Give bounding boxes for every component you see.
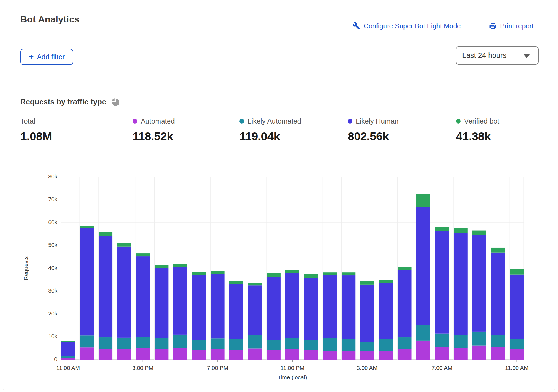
bar-segment-Likely Automated[interactable] — [267, 340, 281, 350]
bar-segment-Likely Human[interactable] — [136, 256, 150, 337]
bar-segment-Likely Human[interactable] — [248, 285, 262, 335]
bar-6:00 AM[interactable] — [416, 194, 430, 360]
bar-segment-Likely Human[interactable] — [472, 235, 486, 332]
bar-segment-Likely Automated[interactable] — [472, 332, 486, 346]
bar-7:00 PM[interactable] — [211, 271, 225, 360]
bar-segment-Likely Automated[interactable] — [360, 342, 374, 351]
bar-segment-Verified bot[interactable] — [99, 232, 112, 236]
bar-5:00 PM[interactable] — [173, 264, 187, 360]
bar-segment-Likely Automated[interactable] — [342, 339, 355, 351]
bar-segment-Automated[interactable] — [342, 351, 355, 360]
bar-segment-Automated[interactable] — [360, 351, 374, 360]
bar-segment-Automated[interactable] — [472, 346, 486, 360]
bar-segment-Verified bot[interactable] — [398, 267, 412, 270]
print-report-link[interactable]: Print report — [489, 21, 534, 31]
bar-segment-Automated[interactable] — [510, 349, 524, 360]
bar-segment-Likely Human[interactable] — [304, 278, 318, 340]
bar-segment-Verified bot[interactable] — [454, 228, 468, 233]
bar-4:00 AM[interactable] — [379, 280, 393, 360]
bar-segment-Likely Human[interactable] — [398, 270, 412, 337]
bar-5:00 AM[interactable] — [398, 267, 412, 360]
bar-segment-Likely Human[interactable] — [323, 275, 337, 338]
bar-segment-Likely Human[interactable] — [117, 247, 131, 338]
bar-segment-Automated[interactable] — [491, 347, 505, 360]
bar-segment-Verified bot[interactable] — [117, 243, 131, 247]
bar-8:00 AM[interactable] — [454, 228, 468, 360]
bar-segment-Likely Automated[interactable] — [323, 338, 337, 351]
bar-segment-Likely Automated[interactable] — [80, 335, 94, 347]
bar-10:00 PM[interactable] — [267, 273, 281, 360]
bar-segment-Verified bot[interactable] — [267, 273, 281, 277]
bar-segment-Automated[interactable] — [267, 350, 281, 360]
bar-segment-Automated[interactable] — [323, 351, 337, 360]
bar-segment-Likely Automated[interactable] — [304, 340, 318, 350]
bar-segment-Likely Automated[interactable] — [192, 340, 206, 350]
bar-12:00 AM[interactable] — [304, 274, 318, 360]
bar-6:00 PM[interactable] — [192, 272, 206, 360]
bar-segment-Likely Automated[interactable] — [510, 339, 524, 349]
bar-segment-Verified bot[interactable] — [416, 194, 430, 207]
stat-verified-bot[interactable]: Verified bot 41.38k — [456, 116, 499, 143]
bar-segment-Automated[interactable] — [192, 350, 206, 360]
bar-segment-Likely Automated[interactable] — [416, 325, 430, 341]
bar-segment-Automated[interactable] — [229, 350, 243, 360]
bar-segment-Verified bot[interactable] — [304, 274, 318, 278]
configure-super-bot-fight-mode-link[interactable]: Configure Super Bot Fight Mode — [352, 21, 461, 31]
bar-segment-Likely Human[interactable] — [267, 277, 281, 340]
bar-segment-Verified bot[interactable] — [248, 283, 262, 285]
bar-11:00 AM[interactable] — [510, 269, 524, 360]
bar-12:00 PM[interactable] — [80, 226, 94, 360]
bar-8:00 PM[interactable] — [229, 281, 243, 360]
bar-segment-Automated[interactable] — [80, 347, 94, 360]
bar-segment-Automated[interactable] — [379, 351, 393, 360]
bar-segment-Automated[interactable] — [304, 350, 318, 360]
bar-segment-Likely Human[interactable] — [99, 236, 112, 337]
bar-segment-Likely Human[interactable] — [491, 253, 505, 335]
bar-segment-Likely Automated[interactable] — [61, 356, 75, 358]
bar-segment-Verified bot[interactable] — [472, 231, 486, 235]
bar-3:00 AM[interactable] — [360, 281, 374, 360]
bar-segment-Automated[interactable] — [454, 348, 468, 360]
stat-automated[interactable]: Automated 118.52k — [133, 116, 175, 143]
bar-segment-Likely Human[interactable] — [435, 231, 449, 334]
bar-segment-Verified bot[interactable] — [80, 226, 94, 228]
bar-segment-Likely Human[interactable] — [229, 284, 243, 339]
bar-segment-Likely Automated[interactable] — [229, 339, 243, 350]
bar-segment-Automated[interactable] — [99, 349, 112, 360]
bar-segment-Verified bot[interactable] — [342, 272, 355, 275]
bar-segment-Automated[interactable] — [416, 341, 430, 360]
bar-segment-Verified bot[interactable] — [510, 269, 524, 274]
bar-segment-Likely Human[interactable] — [416, 207, 430, 325]
bar-9:00 AM[interactable] — [472, 231, 486, 360]
bar-segment-Verified bot[interactable] — [435, 227, 449, 231]
bar-1:00 AM[interactable] — [323, 272, 337, 360]
bar-segment-Automated[interactable] — [136, 348, 150, 360]
bar-segment-Automated[interactable] — [155, 349, 168, 360]
bar-10:00 AM[interactable] — [491, 248, 505, 360]
bar-2:00 PM[interactable] — [117, 243, 131, 360]
bar-segment-Likely Automated[interactable] — [136, 337, 150, 348]
add-filter-button[interactable]: + Add filter — [20, 49, 73, 65]
bar-4:00 PM[interactable] — [155, 265, 168, 360]
stat-likely-automated[interactable]: Likely Automated 119.04k — [239, 116, 301, 143]
bar-segment-Likely Human[interactable] — [360, 285, 374, 342]
time-range-select[interactable]: Last 24 hours — [456, 46, 539, 65]
bar-2:00 AM[interactable] — [342, 272, 355, 360]
bar-segment-Likely Automated[interactable] — [435, 334, 449, 347]
bar-segment-Automated[interactable] — [398, 349, 412, 360]
bar-segment-Likely Automated[interactable] — [173, 335, 187, 348]
stat-likely-human[interactable]: Likely Human 802.56k — [348, 116, 399, 143]
bar-segment-Automated[interactable] — [117, 349, 131, 360]
bar-segment-Automated[interactable] — [173, 348, 187, 360]
bar-segment-Likely Human[interactable] — [80, 228, 94, 335]
bar-segment-Likely Human[interactable] — [61, 342, 75, 356]
bar-segment-Likely Human[interactable] — [155, 268, 168, 338]
bar-7:00 AM[interactable] — [435, 227, 449, 360]
bar-11:00 PM[interactable] — [285, 270, 299, 360]
bar-segment-Likely Human[interactable] — [379, 283, 393, 339]
bar-segment-Verified bot[interactable] — [173, 264, 187, 267]
bar-segment-Verified bot[interactable] — [211, 271, 225, 274]
bar-segment-Automated[interactable] — [211, 349, 225, 360]
bar-segment-Verified bot[interactable] — [379, 280, 393, 283]
bar-3:00 PM[interactable] — [136, 253, 150, 360]
